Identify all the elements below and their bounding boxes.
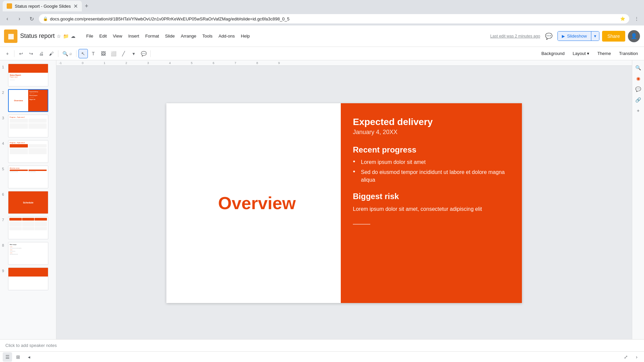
slide-num-3: 3 [2, 116, 7, 120]
slide-thumb-6[interactable]: 6 Schedule [1, 190, 55, 215]
expand-button[interactable]: ⤢ [621, 352, 631, 362]
links-sidebar-icon[interactable]: 🔗 [634, 95, 643, 105]
slide-thumb-8[interactable]: 8 Next steps Action Lorem ipsum dolor si… [1, 241, 55, 265]
user-avatar[interactable]: 👤 [628, 30, 640, 42]
main-body: 1 Status Report: Project name: ─────── 2 [0, 60, 644, 339]
menu-addons[interactable]: Add-ons [216, 32, 237, 40]
toolbar-separator-2 [58, 50, 58, 57]
slide-divider [353, 224, 370, 225]
toolbar: + ↩ ↪ 🖨 🖌 🔍 ⌕ ↖ T 🖼 ⬜ ╱ ▾ 💬 Background L… [0, 47, 644, 60]
risk-heading: Biggest risk [353, 192, 510, 201]
slide-thumbnail-2: Overview Expected delivery January 4, 20… [8, 89, 48, 112]
reload-button[interactable]: ↻ [27, 14, 36, 23]
star-icon[interactable]: ☆ [57, 34, 61, 39]
delivery-date: January 4, 20XX [353, 129, 510, 136]
horizontal-ruler: -1 0 1 2 3 4 5 6 7 8 9 [56, 60, 632, 66]
background-button[interactable]: Background [538, 50, 568, 57]
notes-placeholder: Click to add speaker notes [5, 343, 57, 348]
comment-tool[interactable]: 💬 [139, 49, 148, 58]
slide-thumbnail-9 [8, 267, 48, 290]
app-title-area: Status report ☆ 📁 ☁ [20, 33, 75, 40]
last-edit-text[interactable]: Last edit was 2 minutes ago [490, 34, 540, 39]
menu-file[interactable]: File [84, 32, 96, 40]
canvas-area: -1 0 1 2 3 4 5 6 7 8 9 Overview [56, 60, 632, 339]
slideshow-dropdown-button[interactable]: ▾ [591, 32, 599, 41]
tab-close-button[interactable]: ✕ [73, 3, 78, 9]
line-tool[interactable]: ╱ [119, 49, 128, 58]
theme-button[interactable]: Theme [594, 50, 614, 57]
grid-view-button[interactable]: ☰ [3, 352, 12, 362]
menu-edit[interactable]: Edit [97, 32, 109, 40]
redo-button[interactable]: ↪ [26, 49, 36, 58]
explore-icon[interactable]: 🔍 [634, 63, 643, 72]
menu-view[interactable]: View [110, 32, 125, 40]
add-sidebar-icon[interactable]: + [634, 106, 643, 115]
line-dropdown[interactable]: ▾ [129, 49, 138, 58]
undo-button[interactable]: ↩ [16, 49, 26, 58]
slideshow-button[interactable]: ▶ Slideshow [558, 32, 591, 41]
active-tab[interactable]: Status report - Google Slides ✕ [3, 1, 82, 11]
slide-thumb-1[interactable]: 1 Status Report: Project name: ─────── [1, 63, 55, 87]
toolbar-right: Background Layout ▾ Theme Transition [538, 50, 641, 57]
menu-insert[interactable]: Insert [125, 32, 142, 40]
browser-extensions[interactable]: ⋮ [632, 14, 641, 23]
slide-thumbnail-5: Attention areas Lorem ipsum dolor sit am… [8, 166, 48, 188]
delivery-heading: Expected delivery [353, 117, 510, 127]
menu-arrange[interactable]: Arrange [178, 32, 199, 40]
forward-button[interactable]: › [15, 14, 24, 23]
header-menus: File Edit View Insert Format Slide Arran… [84, 32, 253, 40]
browser-chrome: Status report - Google Slides ✕ + ‹ › ↻ … [0, 0, 644, 25]
menu-slide[interactable]: Slide [162, 32, 177, 40]
comments-sidebar-icon[interactable]: 💬 [634, 84, 643, 94]
slide-thumb-9[interactable]: 9 [1, 267, 55, 291]
add-button[interactable]: + [3, 49, 12, 58]
back-button[interactable]: ‹ [3, 14, 12, 23]
filmstrip-view-button[interactable]: ⊞ [13, 352, 23, 362]
slide-canvas[interactable]: Overview Expected delivery January 4, 20… [166, 103, 522, 303]
slide-thumb-3[interactable]: 3 Progress – Topic area 1 [1, 114, 55, 138]
zoom-out-button[interactable]: › [632, 352, 641, 362]
slide-thumb-2[interactable]: 2 Overview Expected delivery January 4, … [1, 88, 55, 113]
collapse-panel-button[interactable]: ◂ [24, 352, 34, 362]
slide-overview-title: Overview [218, 193, 296, 213]
menu-format[interactable]: Format [143, 32, 162, 40]
comments-button[interactable]: 💬 [543, 30, 555, 42]
slide-num-4: 4 [2, 141, 7, 145]
progress-item-2: Sed do eiusmod tempor incididunt ut labo… [353, 169, 510, 184]
address-bar[interactable]: 🔒 docs.google.com/presentation/d/1B5HTaV… [39, 14, 629, 23]
zoom-control[interactable]: 🔍 ⌕ [60, 49, 74, 58]
app-title: Status report [20, 33, 55, 40]
notes-area[interactable]: Click to add speaker notes [0, 339, 644, 351]
new-tab-button[interactable]: + [82, 1, 91, 11]
slide-right-section: Expected delivery January 4, 20XX Recent… [341, 103, 522, 303]
risk-text: Lorem ipsum dolor sit amet, consectetur … [353, 205, 510, 213]
image-tool[interactable]: 🖼 [99, 49, 108, 58]
move-icon[interactable]: 📁 [63, 34, 69, 39]
share-button[interactable]: Share [602, 31, 625, 42]
paint-format-button[interactable]: 🖌 [47, 49, 56, 58]
layout-button[interactable]: Layout ▾ [569, 50, 593, 57]
slide-thumb-5[interactable]: 5 Attention areas Lorem ipsum dolor sit … [1, 165, 55, 189]
slide-thumb-7[interactable]: 7 [1, 216, 55, 240]
print-button[interactable]: 🖨 [37, 49, 46, 58]
slide-thumbnail-7 [8, 217, 48, 239]
transition-button[interactable]: Transition [615, 50, 641, 57]
bottom-left: ☰ ⊞ ◂ [3, 352, 34, 362]
theme-sidebar-icon[interactable]: ◉ [634, 74, 643, 83]
slide-thumbnail-3: Progress – Topic area 1 [8, 115, 48, 137]
slide-num-6: 6 [2, 192, 7, 196]
toolbar-separator-1 [14, 50, 14, 57]
slide-num-5: 5 [2, 167, 7, 171]
slide-thumb-4[interactable]: 4 Progress – Topic area 2 [1, 139, 55, 164]
shapes-tool[interactable]: ⬜ [109, 49, 118, 58]
menu-tools[interactable]: Tools [200, 32, 215, 40]
slide-num-9: 9 [2, 269, 7, 273]
app-logo: ▦ [4, 29, 17, 43]
slide-thumbnail-8: Next steps Action Lorem ipsum dolor sit … [8, 242, 48, 265]
text-tool[interactable]: T [89, 49, 98, 58]
cloud-icon[interactable]: ☁ [71, 34, 75, 39]
cursor-tool[interactable]: ↖ [78, 49, 88, 58]
slide-num-8: 8 [2, 243, 7, 247]
menu-help[interactable]: Help [238, 32, 253, 40]
slide-thumbnail-1: Status Report: Project name: ─────── [8, 64, 48, 86]
